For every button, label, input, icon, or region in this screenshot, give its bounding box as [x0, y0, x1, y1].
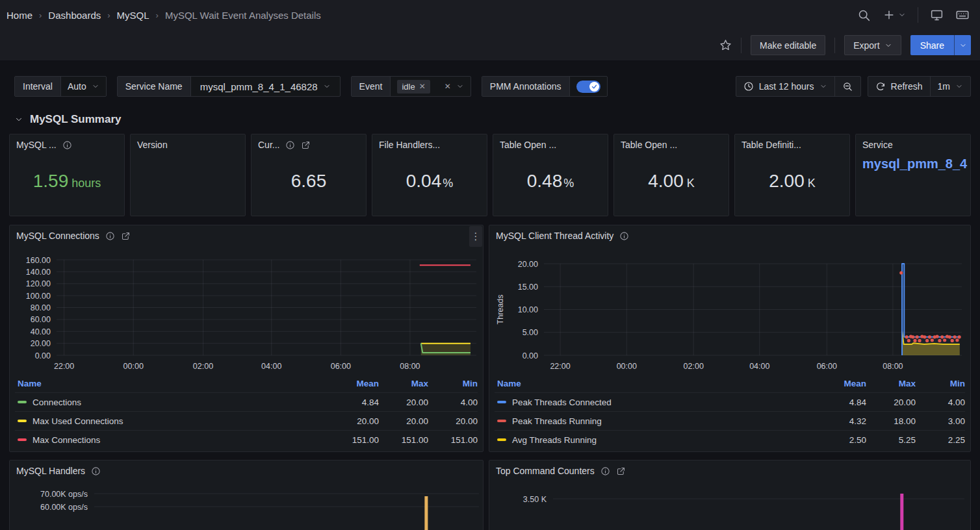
y-axis-tick-label: 5.00: [522, 328, 538, 337]
chart-area: 3.50 K: [489, 479, 970, 530]
info-icon[interactable]: [619, 231, 629, 241]
refresh-button[interactable]: Refresh: [868, 77, 930, 96]
legend-value: 4.84: [817, 398, 866, 407]
refresh-interval-select[interactable]: 1m: [931, 77, 970, 96]
legend-series-toggle[interactable]: Avg Threads Running: [495, 435, 817, 445]
legend-col-max[interactable]: Max: [866, 379, 916, 388]
event-chip-idle[interactable]: idle ✕: [397, 80, 430, 94]
x-axis-tick-label: 22:00: [550, 362, 570, 371]
section-mysql-summary[interactable]: MySQL Summary: [0, 99, 980, 134]
keyboard-shortcuts-icon[interactable]: [955, 8, 970, 22]
info-icon[interactable]: [105, 231, 115, 241]
stat-title[interactable]: Table Open ...: [500, 140, 556, 150]
y-axis-tick-label: 20.00: [31, 339, 51, 348]
legend-col-min[interactable]: Min: [916, 379, 965, 388]
breadcrumb-dashboards[interactable]: Dashboards: [48, 10, 101, 21]
x-axis-tick-label: 04:00: [749, 362, 769, 371]
command-counters-chart[interactable]: 3.50 K: [495, 479, 964, 530]
export-button[interactable]: Export: [844, 35, 901, 55]
stat-title[interactable]: Service: [862, 140, 893, 150]
legend-value: 20.00: [329, 416, 379, 426]
legend-series-toggle[interactable]: Connections: [15, 398, 329, 407]
toggle-knob: [589, 82, 599, 92]
stat-title[interactable]: File Handlers...: [379, 140, 440, 150]
panel-title[interactable]: MySQL Connections: [16, 231, 99, 241]
favorite-star-icon[interactable]: [719, 39, 732, 51]
legend-col-name[interactable]: Name: [15, 379, 329, 388]
panel-title[interactable]: MySQL Handlers: [16, 466, 85, 476]
panel-menu-icon[interactable]: ⋮: [469, 226, 482, 247]
service-name-select[interactable]: mysql_pmm_8_4_1_46828: [191, 77, 340, 96]
legend-col-min[interactable]: Min: [428, 379, 478, 388]
stat-panel-current-qps: Cur... 6.65: [251, 134, 367, 216]
event-select[interactable]: idle ✕ ✕: [391, 77, 470, 96]
breadcrumb-home[interactable]: Home: [6, 10, 32, 21]
info-icon[interactable]: [285, 140, 295, 150]
thread-activity-chart[interactable]: 0.005.0010.0015.0020.0022:0000:0002:0004…: [495, 244, 964, 375]
info-icon[interactable]: [91, 466, 101, 476]
x-axis-tick-label: 02:00: [684, 362, 704, 371]
stat-value: 0.48%: [493, 171, 608, 192]
y-axis-tick-label: 120.00: [26, 279, 51, 288]
clear-all-icon[interactable]: ✕: [445, 82, 451, 91]
x-axis-tick-label: 04:00: [261, 362, 281, 371]
interval-select[interactable]: Auto: [61, 77, 106, 96]
legend-value: 20.00: [379, 398, 428, 407]
refresh-interval-value: 1m: [938, 81, 950, 92]
stat-title[interactable]: Version: [137, 140, 168, 150]
service-link[interactable]: mysql_pmm_8_4: [862, 157, 970, 171]
legend-series-toggle[interactable]: Max Used Connections: [15, 416, 329, 426]
legend-series-toggle[interactable]: Peak Threads Connected: [495, 398, 817, 407]
external-link-icon[interactable]: [121, 231, 131, 241]
time-range-picker[interactable]: Last 12 hours: [736, 77, 834, 96]
handlers-chart[interactable]: 70.00K ops/s60.00K ops/s: [15, 479, 479, 530]
legend-value: 151.00: [428, 435, 478, 445]
stat-title[interactable]: Cur...: [258, 140, 279, 150]
legend-col-max[interactable]: Max: [379, 379, 428, 388]
panel-title[interactable]: Top Command Counters: [496, 466, 595, 476]
remove-chip-icon[interactable]: ✕: [419, 82, 426, 91]
stat-title[interactable]: Table Definiti...: [741, 140, 801, 150]
add-new-button[interactable]: [883, 8, 906, 21]
zoom-out-button[interactable]: [835, 77, 860, 96]
divider: [741, 38, 741, 53]
legend-col-name[interactable]: Name: [495, 379, 817, 388]
search-icon[interactable]: [857, 8, 871, 22]
panel-title[interactable]: MySQL Client Thread Activity: [496, 231, 613, 241]
legend-series-name: Connections: [32, 398, 81, 407]
legend-value: 3.00: [916, 416, 965, 426]
data-point: [918, 339, 921, 342]
legend-series-toggle[interactable]: Max Connections: [15, 435, 329, 445]
kiosk-mode-icon[interactable]: [930, 8, 944, 22]
breadcrumb-separator: ›: [39, 10, 42, 20]
pmm-annotations-toggle[interactable]: [576, 81, 600, 93]
time-range-group: Last 12 hours: [736, 76, 861, 97]
share-button[interactable]: Share: [910, 35, 954, 55]
external-link-icon[interactable]: [616, 466, 626, 476]
legend-series-toggle[interactable]: Peak Threads Running: [495, 416, 817, 426]
legend-col-mean[interactable]: Mean: [817, 379, 866, 388]
charts-row: MySQL Connections ⋮ 0.0020.0040.0060.008…: [0, 225, 980, 452]
data-point: [955, 338, 959, 342]
breadcrumb: Home › Dashboards › MySQL › MySQL Wait E…: [6, 10, 321, 21]
stat-title[interactable]: MySQL ...: [16, 140, 57, 150]
stat-value: 0.04%: [372, 171, 487, 192]
breadcrumb-separator: ›: [156, 10, 159, 20]
connections-chart[interactable]: 0.0020.0040.0060.0080.00100.00120.00140.…: [15, 244, 479, 375]
data-point: [948, 335, 951, 338]
stat-title[interactable]: Table Open ...: [621, 140, 677, 150]
share-menu-button[interactable]: [954, 35, 971, 55]
info-icon[interactable]: [62, 140, 72, 150]
data-point: [931, 338, 934, 342]
breadcrumb-current-page: MySQL Wait Event Analyses Details: [165, 10, 321, 21]
export-label: Export: [853, 40, 879, 51]
legend-col-mean[interactable]: Mean: [329, 379, 379, 388]
external-link-icon[interactable]: [301, 140, 311, 150]
breadcrumb-mysql[interactable]: MySQL: [117, 10, 149, 21]
stat-panel-table-open-limit: Table Open ... 4.00K: [613, 134, 729, 216]
legend-series-name: Peak Threads Connected: [512, 398, 612, 407]
x-axis-tick-label: 00:00: [617, 362, 637, 371]
make-editable-button[interactable]: Make editable: [751, 35, 825, 55]
info-icon[interactable]: [600, 466, 610, 476]
y-axis-tick-label: 0.00: [35, 351, 51, 360]
